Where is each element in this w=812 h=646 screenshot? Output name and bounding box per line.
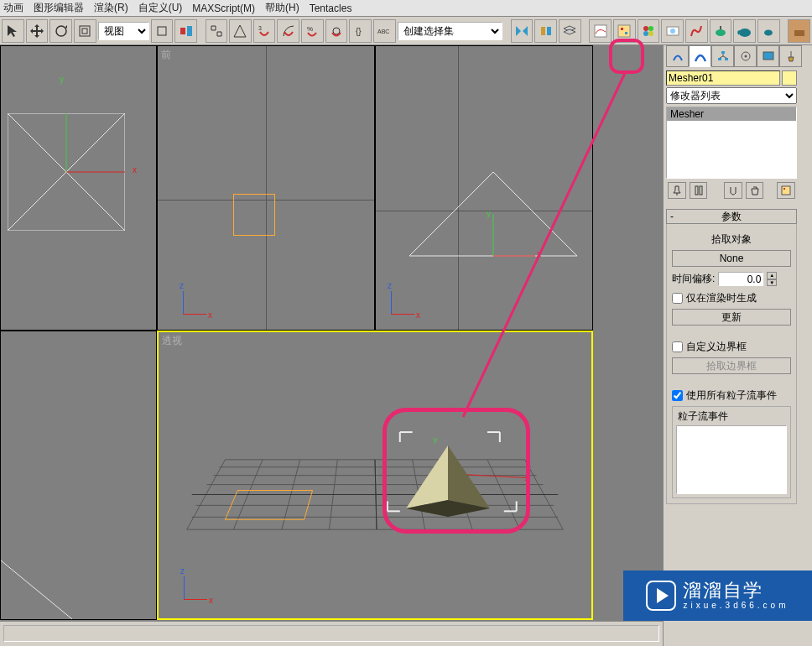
object-color-swatch[interactable] (782, 70, 797, 86)
layers-icon[interactable] (559, 19, 581, 43)
remove-modifier-icon[interactable] (746, 182, 764, 199)
menu-grapheditor[interactable]: 图形编辑器 (34, 1, 84, 15)
move-icon[interactable] (26, 19, 49, 43)
time-offset-input[interactable] (718, 272, 763, 286)
make-unique-icon[interactable] (724, 182, 742, 199)
custom-bbox-checkbox[interactable]: 自定义边界框 (672, 340, 791, 354)
svg-text:x: x (525, 473, 529, 482)
timeline (0, 621, 663, 646)
object-name-input[interactable] (666, 70, 780, 86)
viewport-user[interactable] (0, 331, 157, 620)
perspective-grid: y x (159, 332, 591, 619)
tab-motion-icon[interactable] (734, 45, 757, 67)
menu-customize[interactable]: 自定义(U) (138, 1, 183, 15)
snap3d-icon[interactable]: 3 (253, 19, 276, 43)
render-only-checkbox[interactable]: 仅在渲染时生成 (672, 291, 791, 305)
svg-point-19 (643, 31, 648, 36)
viewport-perspective[interactable]: 透视 (157, 331, 593, 620)
pick-bbox-button[interactable]: 拾取边界框 (672, 357, 791, 374)
viewport-left[interactable]: x y z x (375, 45, 593, 331)
menu-anim[interactable]: 动画 (3, 1, 23, 15)
render-frame-icon[interactable] (685, 19, 708, 43)
show-end-result-icon[interactable] (690, 182, 708, 199)
scale-icon[interactable] (74, 19, 96, 43)
rollout-title: 参数 (721, 210, 742, 224)
align-tool-icon[interactable] (534, 19, 557, 43)
render-scene-icon[interactable] (661, 19, 684, 43)
abc-icon[interactable]: ABC (373, 19, 396, 43)
curve-editor-icon[interactable] (589, 19, 612, 43)
svg-line-82 (720, 56, 723, 58)
viewport-front-label: 前 (161, 48, 171, 62)
svg-rect-15 (621, 28, 623, 30)
selection-lock-icon[interactable] (206, 19, 228, 43)
svg-rect-1 (80, 26, 90, 36)
svg-point-17 (643, 26, 648, 31)
viewport-front[interactable]: 前 z x (157, 45, 375, 331)
teapot-small-icon[interactable] (757, 19, 780, 43)
rotate-icon[interactable] (49, 19, 72, 43)
svg-rect-12 (547, 27, 551, 35)
svg-marker-76 (448, 445, 490, 508)
timeline-ruler[interactable] (3, 625, 659, 642)
rollout-parameters: - 参数 拾取对象 None 时间偏移: ▲▼ 仅在渲染时生成 更新 自定义边界… (666, 209, 797, 504)
snap-toggle-icon[interactable] (151, 19, 174, 43)
tab-utilities-icon[interactable] (779, 45, 802, 67)
angle-snap-icon[interactable] (277, 19, 299, 43)
pflow-events-list[interactable] (676, 425, 787, 494)
isolate-icon[interactable] (229, 19, 252, 43)
pin-stack-icon[interactable] (668, 182, 686, 199)
select-icon[interactable] (2, 19, 24, 43)
mesher-pyramid (398, 441, 498, 517)
tab-create-icon[interactable] (666, 45, 689, 67)
percent-snap-icon[interactable]: % (301, 19, 324, 43)
svg-rect-88 (700, 186, 702, 195)
viewport-top[interactable]: x y (0, 45, 157, 331)
svg-rect-90 (783, 188, 785, 190)
watermark: 溜溜自学 zixue.3d66.com (623, 570, 812, 621)
teapot-big-icon[interactable] (733, 19, 756, 43)
reactor-icon[interactable] (788, 19, 810, 43)
play-icon (646, 581, 676, 611)
align-icon[interactable] (174, 19, 197, 43)
svg-text:3: 3 (258, 25, 262, 31)
menu-tentacles[interactable]: Tentacles (310, 3, 352, 14)
quick-render-icon[interactable] (710, 19, 732, 43)
mirror-icon[interactable] (511, 19, 534, 43)
tab-hierarchy-icon[interactable] (711, 45, 734, 67)
tab-display-icon[interactable] (757, 45, 779, 67)
configure-sets-icon[interactable] (777, 182, 795, 199)
modifier-stack[interactable]: Mesher (666, 107, 797, 179)
svg-rect-16 (625, 32, 627, 34)
command-panel-tabs (666, 45, 807, 69)
time-offset-spinner[interactable]: ▲▼ (767, 272, 777, 286)
pick-object-button[interactable]: None (672, 250, 791, 267)
svg-point-8 (333, 28, 340, 34)
main-toolbar: 视图 3 % {} ABC 创建选择集 (0, 17, 812, 45)
schematic-view-icon[interactable] (613, 19, 636, 43)
use-all-pflow-checkbox[interactable]: 使用所有粒子流事件 (672, 388, 791, 403)
spinner-snap-icon[interactable] (325, 19, 348, 43)
menu-help[interactable]: 帮助(H) (265, 1, 299, 15)
menu-render[interactable]: 渲染(R) (94, 1, 128, 15)
tab-modify-icon[interactable] (689, 45, 711, 67)
front-square (233, 194, 275, 236)
view-combo[interactable]: 视图 (98, 22, 149, 40)
watermark-title: 溜溜自学 (683, 581, 789, 600)
svg-rect-86 (763, 52, 773, 60)
diag-line (1, 518, 102, 619)
grid-vline (266, 46, 267, 330)
svg-rect-79 (718, 58, 721, 60)
named-sel-icon[interactable]: {} (349, 19, 372, 43)
rollout-header[interactable]: - 参数 (666, 209, 797, 224)
svg-rect-5 (187, 26, 192, 36)
update-button[interactable]: 更新 (672, 309, 791, 326)
material-editor-icon[interactable] (638, 19, 660, 43)
svg-point-26 (764, 29, 773, 35)
modifier-list-combo[interactable]: 修改器列表 (666, 87, 797, 104)
time-offset-label: 时间偏移: (672, 272, 715, 286)
menu-maxscript[interactable]: MAXScript(M) (192, 3, 255, 14)
stack-item-mesher[interactable]: Mesher (667, 107, 796, 121)
svg-text:{}: {} (356, 27, 362, 36)
selection-set-combo[interactable]: 创建选择集 (398, 22, 502, 40)
